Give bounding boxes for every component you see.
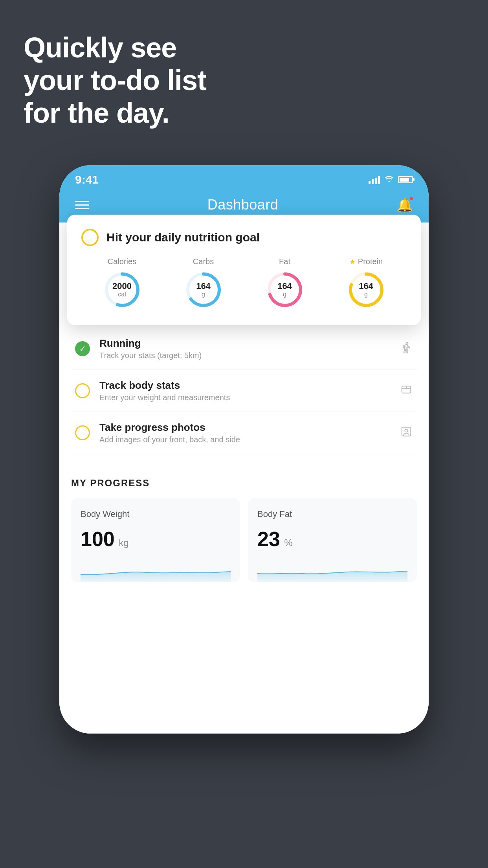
body-weight-unit: kg [119,537,128,548]
wifi-icon [384,175,394,185]
check-circle[interactable] [81,229,99,246]
content-area: THINGS TO DO TODAY Hit your daily nutrit… [59,223,429,734]
nutrition-card: Hit your daily nutrition goal Calories 2 [67,215,421,325]
protein-ring: 164 g [347,270,386,309]
battery-icon [398,176,413,183]
nutrition-circles: Calories 2000 cal [81,257,407,309]
todo-title-bodystats: Track body stats [99,379,390,392]
notification-dot [409,196,414,201]
body-fat-unit: % [284,537,292,548]
carbs-label: Carbs [193,257,214,266]
body-weight-value: 100 kg [81,527,231,551]
body-fat-value: 23 % [257,527,407,551]
todo-item-photos[interactable]: Take progress photos Add images of your … [71,412,417,454]
running-icon [400,342,413,356]
todo-circle-bodystats [75,383,90,398]
body-weight-title: Body Weight [81,509,231,519]
body-fat-title: Body Fat [257,509,407,519]
todo-item-running[interactable]: Running Track your stats (target: 5km) [71,328,417,370]
todo-circle-running [75,341,90,356]
nutrition-protein: ★ Protein 164 g [347,257,386,309]
person-icon [400,426,413,440]
body-fat-number: 23 [257,528,280,550]
hero-text: Quickly see your to-do list for the day. [24,31,206,129]
svg-point-12 [405,429,408,432]
protein-label: ★ Protein [349,257,383,266]
todo-subtitle-bodystats: Enter your weight and measurements [99,393,390,402]
calories-value: 2000 cal [112,281,132,298]
phone-screen: 9:41 Dashboard [59,165,429,734]
todo-subtitle-photos: Add images of your front, back, and side [99,435,390,444]
card-header: Hit your daily nutrition goal [81,229,407,246]
todo-list: Running Track your stats (target: 5km) T… [59,328,429,454]
todo-title-running: Running [99,337,390,349]
scale-icon [400,384,413,398]
body-fat-chart [257,559,407,582]
body-fat-card[interactable]: Body Fat 23 % [248,498,417,582]
body-weight-number: 100 [81,528,115,550]
todo-circle-photos [75,425,90,440]
fat-value: 164 g [277,281,292,298]
todo-title-photos: Take progress photos [99,421,390,434]
nutrition-calories: Calories 2000 cal [103,257,142,309]
nutrition-card-title: Hit your daily nutrition goal [106,231,260,244]
carbs-value: 164 g [196,281,211,298]
fat-ring: 164 g [265,270,305,309]
notification-button[interactable]: 🔔 [396,197,413,213]
star-icon: ★ [349,257,356,266]
calories-ring: 2000 cal [103,270,142,309]
app-title: Dashboard [207,197,279,213]
menu-button[interactable] [75,201,89,209]
body-weight-card[interactable]: Body Weight 100 kg [71,498,240,582]
signal-icon [369,175,380,184]
nutrition-fat: Fat 164 g [265,257,305,309]
progress-section: MY PROGRESS Body Weight 100 kg [59,462,429,594]
hero-line2: your to-do list [24,64,206,97]
status-icons [369,175,413,185]
todo-text-running: Running Track your stats (target: 5km) [99,337,390,360]
fat-label: Fat [279,257,290,266]
svg-rect-11 [402,427,411,436]
body-weight-chart [81,559,231,582]
carbs-ring: 164 g [184,270,223,309]
phone-mockup: 9:41 Dashboard [59,165,429,734]
todo-item-bodystats[interactable]: Track body stats Enter your weight and m… [71,370,417,412]
todo-text-bodystats: Track body stats Enter your weight and m… [99,379,390,402]
calories-label: Calories [108,257,136,266]
progress-section-label: MY PROGRESS [71,478,417,489]
protein-value: 164 g [359,281,373,298]
status-bar: 9:41 [59,165,429,190]
nutrition-carbs: Carbs 164 g [184,257,223,309]
hero-line1: Quickly see [24,31,206,64]
todo-text-photos: Take progress photos Add images of your … [99,421,390,444]
status-time: 9:41 [75,173,99,186]
progress-cards: Body Weight 100 kg [71,498,417,582]
hero-line3: for the day. [24,97,206,129]
todo-subtitle-running: Track your stats (target: 5km) [99,351,390,360]
